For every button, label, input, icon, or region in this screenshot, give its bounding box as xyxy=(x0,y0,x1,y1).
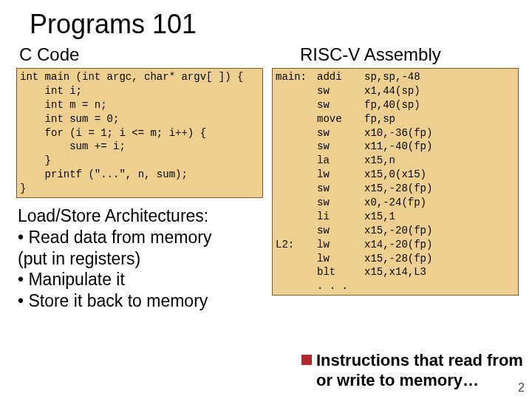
callout: Instructions that read from or write to … xyxy=(301,351,523,390)
square-bullet-icon xyxy=(301,355,312,365)
explain-heading: Load/Store Architectures: xyxy=(18,205,263,227)
explain-bullet-1: • Read data from memory xyxy=(18,227,263,248)
c-code-heading: C Code xyxy=(16,43,263,68)
right-column: RISC-V Assembly main: L2: addi sw sw mov… xyxy=(272,43,519,312)
callout-line1: Instructions that read from xyxy=(316,351,523,369)
explain-block: Load/Store Architectures: • Read data fr… xyxy=(16,198,263,312)
asm-heading: RISC-V Assembly xyxy=(272,43,519,68)
callout-line2: or write to memory… xyxy=(316,371,479,389)
page-number: 2 xyxy=(518,381,525,395)
explain-bullet-1b: (put in registers) xyxy=(18,248,263,270)
columns: C Code int main (int argc, char* argv[ ]… xyxy=(0,43,532,312)
asm-code-block: main: L2: addi sw sw move sw sw la lw sw… xyxy=(272,68,519,296)
asm-labels-col: main: L2: xyxy=(276,70,317,293)
explain-bullet-3: • Store it back to memory xyxy=(18,290,263,312)
asm-args-col: sp,sp,-48 x1,44(sp) fp,40(sp) fp,sp x10,… xyxy=(364,70,515,293)
slide-title: Programs 101 xyxy=(0,0,532,43)
asm-ops-col: addi sw sw move sw sw la lw sw sw li sw … xyxy=(317,70,364,293)
c-code-block: int main (int argc, char* argv[ ]) { int… xyxy=(16,68,263,198)
left-column: C Code int main (int argc, char* argv[ ]… xyxy=(16,43,263,312)
explain-bullet-2: • Manipulate it xyxy=(18,269,263,290)
